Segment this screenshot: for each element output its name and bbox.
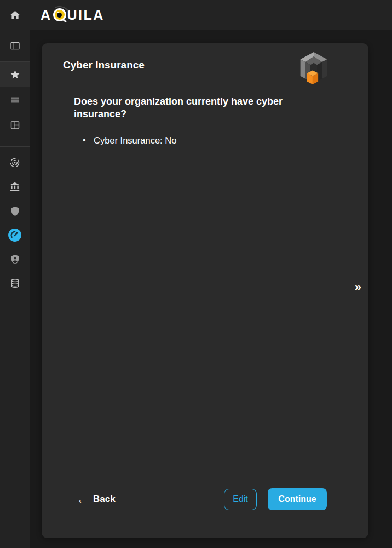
sidebar-item-shield-user[interactable] <box>0 247 30 271</box>
continue-button[interactable]: Continue <box>268 488 327 510</box>
brand-logo: A UILA <box>41 7 105 23</box>
answer-list: Cyber Insurance: No <box>74 134 176 146</box>
expand-chevron-icon[interactable]: » <box>355 281 361 293</box>
gauge-icon <box>8 228 22 242</box>
page-title: Cyber Insurance <box>63 59 145 71</box>
left-arrow-icon: ← <box>76 493 91 505</box>
aquila-cube-logo <box>298 52 330 87</box>
sidebar-divider <box>0 146 30 147</box>
sidebar-item-shield[interactable] <box>0 199 30 223</box>
star-icon <box>9 69 21 81</box>
layout-icon <box>9 119 21 131</box>
sidebar-item-database[interactable] <box>0 271 30 295</box>
shield-icon <box>9 206 21 217</box>
sidebar-item-gauge-active[interactable] <box>0 223 30 247</box>
database-icon <box>9 278 21 289</box>
question-text: Does your organization currently have cy… <box>74 95 327 121</box>
shield-user-icon <box>9 254 21 265</box>
sidebar-item-collapse[interactable] <box>0 30 30 62</box>
sidebar-item-home[interactable] <box>0 0 30 30</box>
sidebar-item-layout[interactable] <box>0 112 30 138</box>
sidebar-item-bank[interactable] <box>0 175 30 199</box>
menu-icon <box>9 94 21 106</box>
sidebar <box>0 30 30 548</box>
app-root: A UILA <box>0 0 392 548</box>
brand-letters-rest: UILA <box>67 7 105 23</box>
topbar: A UILA <box>0 0 392 30</box>
sidebar-item-menu[interactable] <box>0 87 30 112</box>
back-label: Back <box>93 494 116 505</box>
edit-button[interactable]: Edit <box>224 489 257 510</box>
home-icon <box>9 9 21 21</box>
card-footer: ← Back Edit Continue <box>77 488 327 510</box>
panel-toggle-icon <box>9 40 21 52</box>
answer-item: Cyber Insurance: No <box>74 134 176 146</box>
brand-eye-icon <box>53 8 66 21</box>
main-content: Cyber Insurance Does your organization c… <box>31 31 392 548</box>
sidebar-item-favorites[interactable] <box>0 62 30 87</box>
radar-icon <box>9 157 21 169</box>
bank-icon <box>9 181 21 193</box>
cyber-insurance-card: Cyber Insurance Does your organization c… <box>42 43 368 538</box>
sidebar-item-radar[interactable] <box>0 151 30 175</box>
back-button[interactable]: ← Back <box>77 493 116 505</box>
